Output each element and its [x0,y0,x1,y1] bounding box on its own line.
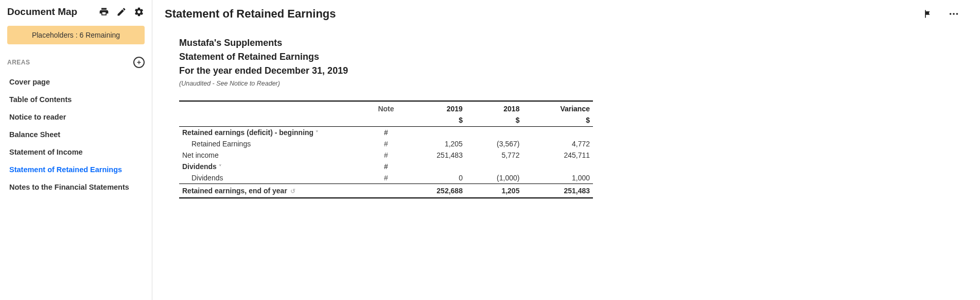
col-blank [179,101,370,114]
row-value [522,161,593,172]
row-value [522,127,593,139]
row-value: 252,688 [402,184,466,198]
row-note: # [370,138,402,149]
main-header: Statement of Retained Earnings [165,7,959,21]
sidebar-header: Document Map [7,6,145,18]
table-row[interactable]: Retained earnings (deficit) - beginning˅… [179,127,593,139]
doc-heading: Mustafa's Supplements Statement of Retai… [179,36,593,87]
main-actions [922,8,959,20]
col-variance: Variance [522,101,593,114]
areas-nav: Cover pageTable of ContentsNotice to rea… [7,73,145,196]
main-content: Statement of Retained Earnings Mustafa's… [152,0,980,300]
table-row[interactable]: Dividends#0(1,000)1,000 [179,172,593,184]
row-note [370,184,402,198]
row-note: # [370,127,402,139]
table-row[interactable]: Net income#251,4835,772245,711 [179,149,593,161]
print-icon[interactable] [98,6,110,18]
more-icon[interactable] [948,8,959,20]
sidebar-item[interactable]: Cover page [7,73,145,91]
row-value [466,161,523,172]
currency-var: $ [522,114,593,127]
table-row[interactable]: Retained earnings, end of year↺252,6881,… [179,184,593,198]
row-value: 245,711 [522,149,593,161]
company-name: Mustafa's Supplements [179,36,593,50]
sidebar-item[interactable]: Statement of Retained Earnings [7,161,145,178]
row-note: # [370,172,402,184]
row-label: Retained earnings, end of year↺ [179,184,370,198]
table-row[interactable]: Dividends˅# [179,161,593,172]
row-value: 4,772 [522,138,593,149]
page-title: Statement of Retained Earnings [165,7,336,21]
row-label: Retained earnings (deficit) - beginning˅ [179,127,370,139]
gear-icon[interactable] [133,6,145,18]
history-icon[interactable]: ↺ [290,188,295,195]
areas-header: AREAS [7,57,145,68]
row-value [402,127,466,139]
sidebar: Document Map Placeholders : 6 Remaining … [0,0,152,300]
row-value [402,161,466,172]
row-label: Dividends˅ [179,161,370,172]
flag-icon[interactable] [922,8,934,20]
period-line: For the year ended December 31, 2019 [179,64,593,78]
financial-table: Note 2019 2018 Variance $ $ $ Retained e… [179,101,593,198]
sidebar-item[interactable]: Table of Contents [7,91,145,108]
row-label: Retained Earnings [179,138,370,149]
row-value: 251,483 [522,184,593,198]
row-value: (3,567) [466,138,523,149]
row-note: # [370,161,402,172]
currency-y2: $ [466,114,523,127]
svg-point-2 [950,13,952,15]
row-label: Net income [179,149,370,161]
placeholders-badge[interactable]: Placeholders : 6 Remaining [7,26,145,44]
row-value: 1,205 [402,138,466,149]
sidebar-item[interactable]: Balance Sheet [7,126,145,143]
table-row[interactable]: Retained Earnings#1,205(3,567)4,772 [179,138,593,149]
add-area-button[interactable] [133,57,145,68]
row-value: 1,205 [466,184,523,198]
col-year-current: 2019 [402,101,466,114]
edit-icon[interactable] [116,6,127,18]
sidebar-title: Document Map [7,6,92,18]
audit-note: (Unaudited - See Notice to Reader) [179,80,593,87]
statement-name: Statement of Retained Earnings [179,50,593,64]
row-value: 251,483 [402,149,466,161]
chevron-down-icon[interactable]: ˅ [219,164,222,170]
row-value: (1,000) [466,172,523,184]
row-value: 1,000 [522,172,593,184]
svg-point-4 [956,13,958,15]
row-value: 0 [402,172,466,184]
chevron-down-icon[interactable]: ˅ [316,130,319,136]
row-note: # [370,149,402,161]
sidebar-item[interactable]: Notice to reader [7,108,145,126]
document-body: Mustafa's Supplements Statement of Retai… [165,21,607,214]
col-year-prior: 2018 [466,101,523,114]
areas-label: AREAS [7,59,30,66]
col-note: Note [370,101,402,114]
row-value: 5,772 [466,149,523,161]
svg-point-3 [953,13,955,15]
row-label: Dividends [179,172,370,184]
row-value [466,127,523,139]
currency-y1: $ [402,114,466,127]
sidebar-item[interactable]: Statement of Income [7,143,145,161]
sidebar-item[interactable]: Notes to the Financial Statements [7,178,145,196]
